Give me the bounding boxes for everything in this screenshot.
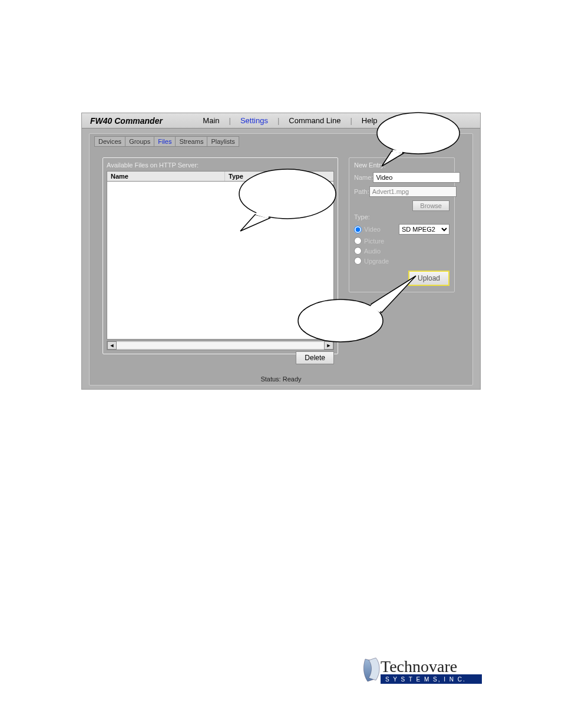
tab-playlists[interactable]: Playlists	[207, 136, 239, 147]
menu-separator: |	[273, 116, 284, 125]
tabs: DevicesGroupsFilesStreamsPlaylists	[94, 136, 239, 147]
menu-items: Main | Settings | Command Line | Help	[198, 116, 382, 125]
delete-button[interactable]: Delete	[296, 351, 334, 364]
menubar: FW40 Commander Main | Settings | Command…	[82, 113, 480, 129]
radio-audio-label: Audio	[364, 248, 381, 255]
app-title: FW40 Commander	[82, 116, 171, 126]
app-window: FW40 Commander Main | Settings | Command…	[81, 113, 481, 390]
column-type[interactable]: Type	[225, 172, 296, 181]
name-label: Name:	[354, 174, 373, 181]
name-input[interactable]	[373, 172, 460, 183]
menu-help[interactable]: Help	[357, 116, 382, 125]
codec-select[interactable]: SD MPEG2	[399, 224, 449, 235]
radio-upgrade-label: Upgrade	[364, 258, 389, 265]
status-label: Status:	[260, 375, 280, 383]
menu-separator: |	[345, 116, 356, 125]
radio-audio[interactable]	[354, 247, 362, 255]
new-entry-group: New Entry: Name: Path: Browse Type: Vide…	[349, 157, 455, 292]
menu-settings[interactable]: Settings	[236, 116, 273, 125]
menu-separator: |	[224, 116, 236, 125]
logo-brand-text: Technovare	[381, 657, 457, 676]
radio-picture[interactable]	[354, 237, 362, 245]
browse-button[interactable]: Browse	[412, 200, 449, 211]
tab-streams[interactable]: Streams	[175, 136, 207, 147]
file-list-group: Available Files on HTTP Server: Name Typ…	[103, 157, 338, 354]
horizontal-scrollbar[interactable]: ◄ ►	[107, 341, 334, 350]
file-list-header: Name Type	[107, 172, 333, 182]
file-list[interactable]: Name Type	[107, 171, 334, 340]
available-files-label: Available Files on HTTP Server:	[107, 162, 334, 169]
radio-video-label: Video	[364, 226, 381, 233]
tab-groups[interactable]: Groups	[125, 136, 154, 147]
path-input[interactable]	[369, 186, 457, 197]
menu-main[interactable]: Main	[198, 116, 224, 125]
logo-sub-text: S Y S T E M S, I N C.	[385, 676, 466, 683]
technovare-logo: Technovare S Y S T E M S, I N C.	[362, 655, 485, 686]
upload-button[interactable]: Upload	[408, 271, 449, 286]
scroll-left-icon[interactable]: ◄	[107, 341, 117, 350]
radio-picture-label: Picture	[364, 238, 384, 245]
radio-upgrade[interactable]	[354, 257, 362, 265]
status-bar: Status: Ready	[90, 375, 472, 383]
tab-files[interactable]: Files	[154, 136, 176, 147]
main-panel: DevicesGroupsFilesStreamsPlaylists Avail…	[89, 133, 473, 386]
status-value: Ready	[283, 375, 302, 383]
menu-command-line[interactable]: Command Line	[284, 116, 345, 125]
column-name[interactable]: Name	[107, 172, 225, 181]
radio-video[interactable]	[354, 226, 362, 233]
tab-devices[interactable]: Devices	[94, 136, 125, 147]
new-entry-label: New Entry:	[354, 162, 449, 169]
path-label: Path:	[354, 188, 369, 195]
scroll-right-icon[interactable]: ►	[324, 341, 333, 350]
scroll-track[interactable]	[117, 342, 324, 348]
type-label: Type:	[354, 213, 449, 220]
